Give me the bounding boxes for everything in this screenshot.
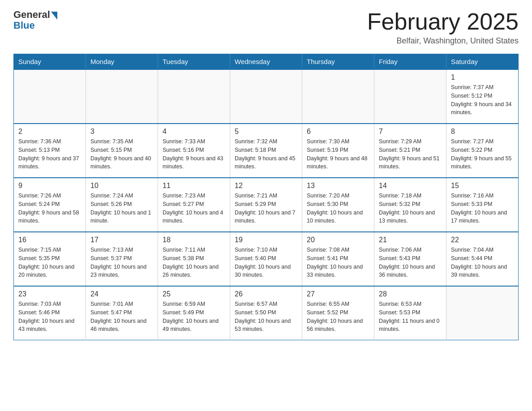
- month-title: February 2025: [367, 9, 519, 34]
- day-info: Sunrise: 7:26 AMSunset: 5:24 PMDaylight:…: [18, 192, 81, 225]
- day-number: 14: [379, 182, 442, 190]
- day-info: Sunrise: 6:57 AMSunset: 5:50 PMDaylight:…: [235, 300, 297, 334]
- day-info: Sunrise: 7:11 AMSunset: 5:38 PMDaylight:…: [163, 246, 225, 279]
- calendar-cell: 21Sunrise: 7:06 AMSunset: 5:43 PMDayligh…: [374, 232, 446, 286]
- logo: General Blue: [13, 9, 57, 31]
- calendar-cell: [158, 69, 230, 124]
- calendar-cell: 28Sunrise: 6:53 AMSunset: 5:53 PMDayligh…: [374, 286, 446, 340]
- day-number: 16: [18, 236, 81, 244]
- calendar-cell: 11Sunrise: 7:23 AMSunset: 5:27 PMDayligh…: [158, 178, 230, 232]
- calendar-cell: 5Sunrise: 7:32 AMSunset: 5:18 PMDaylight…: [230, 124, 302, 178]
- day-number: 26: [235, 290, 297, 298]
- header-wednesday: Wednesday: [230, 54, 302, 70]
- week-row-2: 2Sunrise: 7:36 AMSunset: 5:13 PMDaylight…: [14, 124, 519, 178]
- day-info: Sunrise: 7:30 AMSunset: 5:19 PMDaylight:…: [307, 137, 369, 171]
- day-number: 8: [451, 128, 514, 136]
- calendar-cell: 25Sunrise: 6:59 AMSunset: 5:49 PMDayligh…: [158, 286, 230, 340]
- day-number: 22: [451, 236, 514, 244]
- day-number: 4: [163, 128, 225, 136]
- day-info: Sunrise: 7:08 AMSunset: 5:41 PMDaylight:…: [307, 246, 369, 279]
- day-number: 19: [235, 236, 297, 244]
- header-monday: Monday: [86, 54, 158, 70]
- day-info: Sunrise: 6:59 AMSunset: 5:49 PMDaylight:…: [163, 300, 225, 334]
- day-info: Sunrise: 7:29 AMSunset: 5:21 PMDaylight:…: [379, 137, 442, 171]
- calendar-cell: [446, 286, 519, 340]
- day-number: 6: [307, 128, 369, 136]
- day-info: Sunrise: 7:33 AMSunset: 5:16 PMDaylight:…: [163, 137, 225, 171]
- week-row-4: 16Sunrise: 7:15 AMSunset: 5:35 PMDayligh…: [14, 232, 519, 286]
- day-info: Sunrise: 7:32 AMSunset: 5:18 PMDaylight:…: [235, 137, 297, 171]
- week-row-5: 23Sunrise: 7:03 AMSunset: 5:46 PMDayligh…: [14, 286, 519, 340]
- day-info: Sunrise: 7:36 AMSunset: 5:13 PMDaylight:…: [18, 137, 81, 171]
- day-info: Sunrise: 7:20 AMSunset: 5:30 PMDaylight:…: [307, 192, 369, 225]
- header-tuesday: Tuesday: [158, 54, 230, 70]
- day-number: 24: [90, 290, 153, 298]
- day-number: 25: [163, 290, 225, 298]
- day-info: Sunrise: 7:27 AMSunset: 5:22 PMDaylight:…: [451, 137, 514, 171]
- calendar-cell: 22Sunrise: 7:04 AMSunset: 5:44 PMDayligh…: [446, 232, 519, 286]
- day-number: 23: [18, 290, 81, 298]
- day-number: 11: [163, 182, 225, 190]
- day-number: 7: [379, 128, 442, 136]
- day-info: Sunrise: 7:13 AMSunset: 5:37 PMDaylight:…: [90, 246, 153, 279]
- calendar-cell: 19Sunrise: 7:10 AMSunset: 5:40 PMDayligh…: [230, 232, 302, 286]
- day-number: 13: [307, 182, 369, 190]
- calendar-cell: 7Sunrise: 7:29 AMSunset: 5:21 PMDaylight…: [374, 124, 446, 178]
- day-number: 12: [235, 182, 297, 190]
- calendar-cell: 3Sunrise: 7:35 AMSunset: 5:15 PMDaylight…: [86, 124, 158, 178]
- calendar-cell: 15Sunrise: 7:16 AMSunset: 5:33 PMDayligh…: [446, 178, 519, 232]
- calendar-cell: [230, 69, 302, 124]
- logo-blue-text: Blue: [13, 20, 35, 31]
- calendar-cell: 10Sunrise: 7:24 AMSunset: 5:26 PMDayligh…: [86, 178, 158, 232]
- header-thursday: Thursday: [302, 54, 374, 70]
- day-info: Sunrise: 7:18 AMSunset: 5:32 PMDaylight:…: [379, 192, 442, 225]
- day-number: 27: [307, 290, 369, 298]
- logo-arrow-icon: [51, 12, 57, 20]
- calendar-cell: 26Sunrise: 6:57 AMSunset: 5:50 PMDayligh…: [230, 286, 302, 340]
- day-info: Sunrise: 7:35 AMSunset: 5:15 PMDaylight:…: [90, 137, 153, 171]
- day-number: 2: [18, 128, 81, 136]
- header-saturday: Saturday: [446, 54, 519, 70]
- day-number: 1: [451, 73, 514, 81]
- week-row-1: 1Sunrise: 7:37 AMSunset: 5:12 PMDaylight…: [14, 69, 519, 124]
- day-number: 9: [18, 182, 81, 190]
- day-info: Sunrise: 6:53 AMSunset: 5:53 PMDaylight:…: [379, 300, 442, 334]
- day-info: Sunrise: 7:10 AMSunset: 5:40 PMDaylight:…: [235, 246, 297, 279]
- page-header: General Blue February 2025 Belfair, Wash…: [13, 9, 519, 46]
- day-info: Sunrise: 6:55 AMSunset: 5:52 PMDaylight:…: [307, 300, 369, 334]
- calendar-cell: 12Sunrise: 7:21 AMSunset: 5:29 PMDayligh…: [230, 178, 302, 232]
- day-info: Sunrise: 7:37 AMSunset: 5:12 PMDaylight:…: [451, 83, 514, 117]
- header-sunday: Sunday: [14, 54, 86, 70]
- calendar-cell: 24Sunrise: 7:01 AMSunset: 5:47 PMDayligh…: [86, 286, 158, 340]
- day-number: 18: [163, 236, 225, 244]
- day-info: Sunrise: 7:23 AMSunset: 5:27 PMDaylight:…: [163, 192, 225, 225]
- calendar-cell: 9Sunrise: 7:26 AMSunset: 5:24 PMDaylight…: [14, 178, 86, 232]
- day-info: Sunrise: 7:15 AMSunset: 5:35 PMDaylight:…: [18, 246, 81, 279]
- day-info: Sunrise: 7:16 AMSunset: 5:33 PMDaylight:…: [451, 192, 514, 225]
- day-info: Sunrise: 7:04 AMSunset: 5:44 PMDaylight:…: [451, 246, 514, 279]
- calendar-cell: 14Sunrise: 7:18 AMSunset: 5:32 PMDayligh…: [374, 178, 446, 232]
- day-number: 10: [90, 182, 153, 190]
- calendar-cell: 1Sunrise: 7:37 AMSunset: 5:12 PMDaylight…: [446, 69, 519, 124]
- calendar-cell: [302, 69, 374, 124]
- header-friday: Friday: [374, 54, 446, 70]
- calendar-header-row: Sunday Monday Tuesday Wednesday Thursday…: [14, 54, 519, 70]
- calendar-cell: 8Sunrise: 7:27 AMSunset: 5:22 PMDaylight…: [446, 124, 519, 178]
- calendar-cell: 4Sunrise: 7:33 AMSunset: 5:16 PMDaylight…: [158, 124, 230, 178]
- day-info: Sunrise: 7:06 AMSunset: 5:43 PMDaylight:…: [379, 246, 442, 279]
- calendar-cell: 23Sunrise: 7:03 AMSunset: 5:46 PMDayligh…: [14, 286, 86, 340]
- calendar-cell: 16Sunrise: 7:15 AMSunset: 5:35 PMDayligh…: [14, 232, 86, 286]
- day-number: 3: [90, 128, 153, 136]
- calendar-cell: [374, 69, 446, 124]
- calendar-cell: 2Sunrise: 7:36 AMSunset: 5:13 PMDaylight…: [14, 124, 86, 178]
- logo-general-text: General: [13, 9, 50, 21]
- calendar-cell: 6Sunrise: 7:30 AMSunset: 5:19 PMDaylight…: [302, 124, 374, 178]
- day-info: Sunrise: 7:03 AMSunset: 5:46 PMDaylight:…: [18, 300, 81, 334]
- calendar-cell: 20Sunrise: 7:08 AMSunset: 5:41 PMDayligh…: [302, 232, 374, 286]
- day-number: 21: [379, 236, 442, 244]
- day-number: 5: [235, 128, 297, 136]
- location: Belfair, Washington, United States: [367, 36, 519, 46]
- day-number: 28: [379, 290, 442, 298]
- calendar-table: Sunday Monday Tuesday Wednesday Thursday…: [13, 54, 519, 340]
- week-row-3: 9Sunrise: 7:26 AMSunset: 5:24 PMDaylight…: [14, 178, 519, 232]
